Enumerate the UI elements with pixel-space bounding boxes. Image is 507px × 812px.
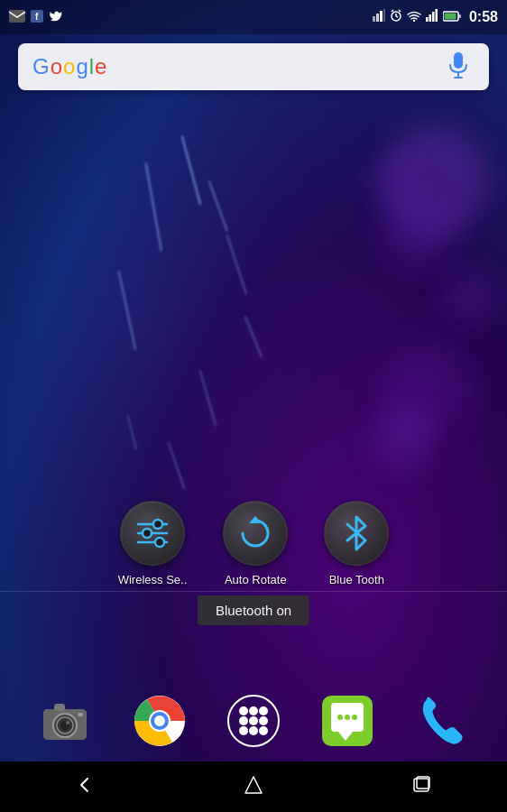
svg-rect-37 xyxy=(78,713,83,716)
facebook-icon: f xyxy=(31,10,43,25)
bluetooth-icon-circle[interactable] xyxy=(324,501,389,566)
svg-point-50 xyxy=(249,726,258,735)
bluetooth-tooltip: Bluetooth on xyxy=(198,595,309,625)
dock xyxy=(0,680,507,761)
svg-point-51 xyxy=(259,726,268,735)
svg-point-53 xyxy=(337,715,343,720)
svg-rect-6 xyxy=(383,9,385,22)
status-bar-left: f xyxy=(9,10,63,25)
wireless-label: Wireless Se.. xyxy=(118,573,188,586)
svg-marker-29 xyxy=(249,516,262,523)
svg-point-45 xyxy=(259,706,268,715)
battery-icon xyxy=(443,9,461,25)
chrome-app[interactable] xyxy=(131,692,189,750)
app-drawer[interactable] xyxy=(225,692,282,750)
bluetooth-label: Blue Tooth xyxy=(329,573,384,586)
svg-rect-13 xyxy=(426,17,429,22)
nav-bar xyxy=(0,761,507,812)
voice-search-button[interactable] xyxy=(442,51,475,83)
svg-rect-14 xyxy=(429,14,431,22)
svg-rect-15 xyxy=(432,12,435,22)
svg-point-44 xyxy=(249,706,258,715)
messenger-app[interactable] xyxy=(318,692,376,750)
svg-rect-18 xyxy=(444,14,456,20)
auto-rotate-widget[interactable]: Auto Rotate xyxy=(223,501,288,586)
phone-app[interactable] xyxy=(413,692,471,750)
svg-point-43 xyxy=(239,706,248,715)
svg-rect-19 xyxy=(458,14,461,18)
alarm-icon xyxy=(390,9,402,25)
signal-icon xyxy=(426,9,438,25)
svg-rect-5 xyxy=(380,11,383,22)
wireless-widget[interactable]: Wireless Se.. xyxy=(118,501,188,586)
auto-rotate-icon-circle[interactable] xyxy=(223,501,288,566)
svg-rect-20 xyxy=(454,52,463,69)
auto-rotate-label: Auto Rotate xyxy=(225,573,287,586)
svg-point-49 xyxy=(239,726,248,735)
gmail-icon xyxy=(9,10,25,25)
svg-point-12 xyxy=(413,20,415,22)
google-logo: Google xyxy=(32,54,107,79)
svg-point-41 xyxy=(154,715,165,726)
svg-rect-4 xyxy=(376,14,379,22)
time-display: 0:58 xyxy=(469,9,498,25)
svg-line-11 xyxy=(399,10,401,12)
svg-rect-32 xyxy=(54,704,65,711)
screen: f xyxy=(0,0,507,812)
status-bar: f xyxy=(0,0,507,34)
recents-button[interactable] xyxy=(393,767,451,807)
camera-app[interactable] xyxy=(36,692,94,750)
divider xyxy=(0,591,507,592)
svg-point-27 xyxy=(143,529,152,538)
svg-rect-3 xyxy=(373,16,375,22)
svg-point-54 xyxy=(345,715,350,720)
wireless-icon-circle[interactable] xyxy=(120,501,185,566)
svg-rect-0 xyxy=(9,10,25,23)
svg-point-26 xyxy=(153,520,162,529)
svg-point-55 xyxy=(352,715,357,720)
status-bar-right: 0:58 xyxy=(373,9,498,25)
bluetooth-widget[interactable]: Blue Tooth xyxy=(324,501,389,586)
svg-line-9 xyxy=(396,16,398,17)
search-bar[interactable]: Google xyxy=(18,43,489,90)
svg-rect-16 xyxy=(435,9,438,22)
widget-row: Wireless Se.. Auto Rotate Blue Tooth xyxy=(0,501,507,586)
back-button[interactable] xyxy=(56,767,114,807)
phone-signal-icon xyxy=(373,9,385,25)
wifi-icon xyxy=(407,9,421,25)
svg-line-10 xyxy=(392,10,393,12)
svg-point-47 xyxy=(249,716,258,725)
twitter-icon xyxy=(49,10,63,25)
svg-point-28 xyxy=(155,538,164,547)
svg-point-46 xyxy=(239,716,248,725)
home-button[interactable] xyxy=(225,767,282,807)
svg-point-48 xyxy=(259,716,268,725)
svg-point-36 xyxy=(66,721,69,724)
